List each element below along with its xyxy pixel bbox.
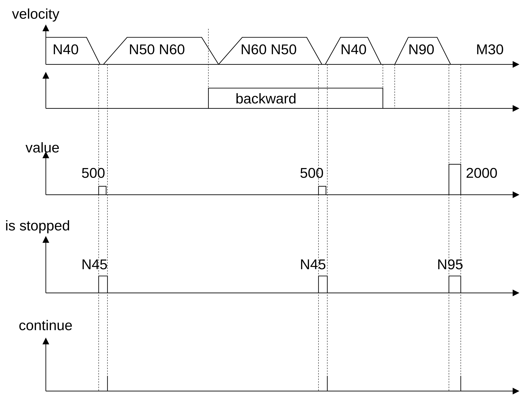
title-is-stopped: is stopped (5, 217, 70, 233)
vel-block-2: N60 N50 (240, 41, 297, 57)
value-pulse-1: 500 (300, 165, 323, 181)
vel-block-0: N40 (53, 41, 79, 57)
stopped-pulse-0: N45 (81, 256, 107, 272)
vel-block-1: N50 N60 (129, 41, 185, 57)
value-pulse-2: 2000 (466, 165, 497, 181)
title-value: value (26, 140, 60, 155)
vel-block-4: N90 (408, 41, 434, 57)
timing-diagram: velocity value is stopped continue N40 N… (5, 5, 527, 408)
stopped-pulse-2: N95 (437, 256, 463, 272)
vel-block-3: N40 (341, 41, 367, 57)
stopped-pulse-1: N45 (300, 256, 326, 272)
value-pulse-0: 500 (81, 165, 105, 181)
title-continue: continue (19, 317, 72, 333)
backward-label: backward (236, 90, 296, 106)
title-velocity: velocity (12, 6, 59, 22)
vel-block-5: M30 (476, 41, 504, 57)
